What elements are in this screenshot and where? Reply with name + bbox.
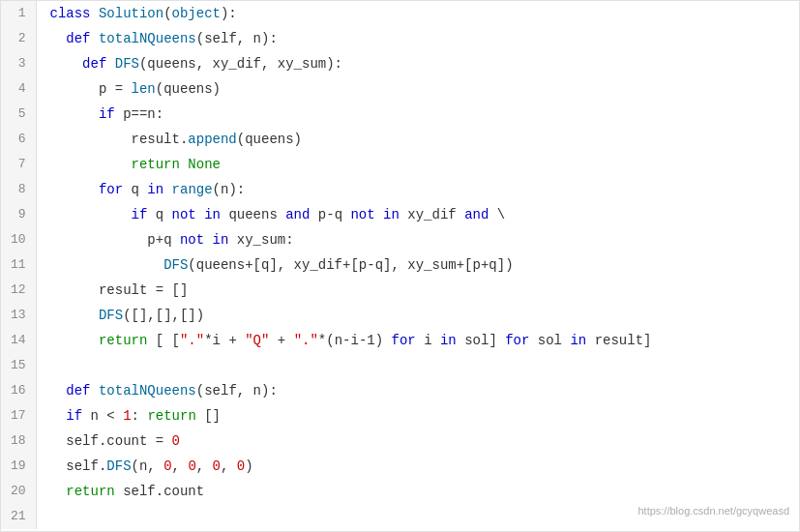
line-number: 13	[1, 303, 36, 328]
code-line: 7 return None	[1, 152, 799, 177]
line-number: 7	[1, 152, 36, 177]
line-number: 2	[1, 26, 36, 51]
line-content: self.count = 0	[36, 429, 799, 454]
line-number: 4	[1, 76, 36, 102]
line-number: 16	[1, 378, 36, 403]
code-line: 3 def DFS(queens, xy_dif, xy_sum):	[1, 51, 799, 76]
code-line: 9 if q not in queens and p-q not in xy_d…	[1, 202, 799, 227]
line-number: 6	[1, 127, 36, 152]
code-table: 1class Solution(object):2 def totalNQuee…	[1, 1, 799, 529]
line-content: result.append(queens)	[36, 127, 799, 152]
line-number: 15	[1, 353, 36, 378]
code-line: 15	[1, 353, 799, 378]
line-content: def DFS(queens, xy_dif, xy_sum):	[36, 51, 799, 76]
code-line: 17 if n < 1: return []	[1, 403, 799, 429]
line-number: 1	[1, 1, 36, 26]
line-content: p = len(queens)	[36, 76, 799, 102]
code-line: 13 DFS([],[],[])	[1, 303, 799, 328]
line-number: 14	[1, 328, 36, 353]
line-number: 21	[1, 504, 36, 529]
line-number: 18	[1, 429, 36, 454]
line-content: def totalNQueens(self, n):	[36, 378, 799, 403]
line-content: return None	[36, 152, 799, 177]
line-content: for q in range(n):	[36, 177, 799, 202]
line-number: 3	[1, 51, 36, 76]
line-content: DFS(queens+[q], xy_dif+[p-q], xy_sum+[p+…	[36, 252, 799, 278]
code-line: 14 return [ ["."*i + "Q" + "."*(n-i-1) f…	[1, 328, 799, 353]
code-line: 5 if p==n:	[1, 102, 799, 127]
code-line: 19 self.DFS(n, 0, 0, 0, 0)	[1, 454, 799, 479]
line-content: DFS([],[],[])	[36, 303, 799, 328]
code-line: 11 DFS(queens+[q], xy_dif+[p-q], xy_sum+…	[1, 252, 799, 278]
line-number: 9	[1, 202, 36, 227]
line-content: if n < 1: return []	[36, 403, 799, 429]
code-line: 2 def totalNQueens(self, n):	[1, 26, 799, 51]
line-content: return [ ["."*i + "Q" + "."*(n-i-1) for …	[36, 328, 799, 353]
watermark: https://blog.csdn.net/gcyqweasd	[637, 498, 789, 523]
line-content: def totalNQueens(self, n):	[36, 26, 799, 51]
line-content: result = []	[36, 278, 799, 303]
line-content: p+q not in xy_sum:	[36, 227, 799, 252]
code-line: 16 def totalNQueens(self, n):	[1, 378, 799, 403]
line-number: 19	[1, 454, 36, 479]
code-line: 8 for q in range(n):	[1, 177, 799, 202]
code-line: 1class Solution(object):	[1, 1, 799, 26]
code-container: 1class Solution(object):2 def totalNQuee…	[0, 0, 800, 532]
line-content: if p==n:	[36, 102, 799, 127]
line-content: if q not in queens and p-q not in xy_dif…	[36, 202, 799, 227]
code-line: 6 result.append(queens)	[1, 127, 799, 152]
line-number: 17	[1, 403, 36, 429]
code-line: 10 p+q not in xy_sum:	[1, 227, 799, 252]
line-content: self.DFS(n, 0, 0, 0, 0)	[36, 454, 799, 479]
code-line: 18 self.count = 0	[1, 429, 799, 454]
line-number: 12	[1, 278, 36, 303]
code-line: 12 result = []	[1, 278, 799, 303]
line-number: 20	[1, 479, 36, 504]
line-number: 5	[1, 102, 36, 127]
line-number: 11	[1, 252, 36, 278]
line-content	[36, 353, 799, 378]
line-content: class Solution(object):	[36, 1, 799, 26]
line-number: 8	[1, 177, 36, 202]
code-line: 4 p = len(queens)	[1, 76, 799, 102]
line-number: 10	[1, 227, 36, 252]
